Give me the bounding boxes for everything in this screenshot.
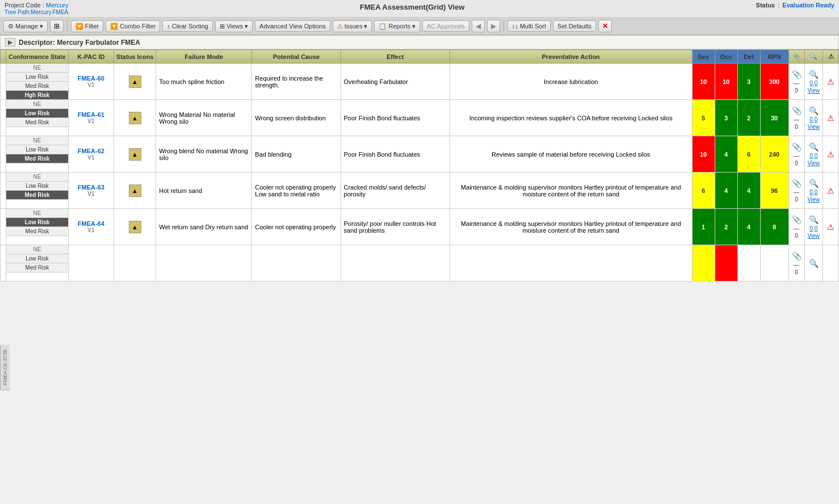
conf-med[interactable]: Med Risk bbox=[6, 82, 68, 91]
row-bar bbox=[1, 136, 6, 173]
kpac-id[interactable]: FMEA-60 bbox=[72, 75, 111, 82]
paperclip-icon[interactable]: 📎 bbox=[792, 142, 802, 152]
conf-med[interactable]: Med Risk bbox=[6, 118, 68, 127]
conformance-cell[interactable]: NELow RiskMed RiskHgh Risk bbox=[6, 173, 69, 209]
alert-cell[interactable]: ⚠ bbox=[823, 173, 839, 209]
ac-approvals-button[interactable]: AC Approvals bbox=[422, 20, 469, 32]
clear-sorting-button[interactable]: ↕ Clear Sorting bbox=[162, 20, 213, 32]
conformance-cell[interactable]: NELow RiskMed RiskHgh Risk bbox=[6, 136, 69, 173]
magnifier-icon[interactable]: 🔍 bbox=[809, 259, 819, 268]
kpac-id-cell[interactable]: FMEA-61V1 bbox=[68, 100, 114, 136]
conf-med[interactable]: Med Risk bbox=[6, 154, 68, 163]
paperclip-icon[interactable]: 📎 bbox=[792, 215, 802, 224]
paperclip-icon[interactable]: 📎 bbox=[792, 251, 802, 261]
kpac-id-cell[interactable] bbox=[68, 245, 114, 282]
view-link[interactable]: View bbox=[808, 124, 820, 130]
magnifier-icon[interactable]: 🔍 bbox=[809, 215, 819, 224]
view-count[interactable]: 0,0 bbox=[809, 116, 817, 123]
alert-cell[interactable]: ⚠ bbox=[823, 209, 839, 245]
alert-icon[interactable]: ⚠ bbox=[827, 77, 834, 86]
conf-hgh[interactable]: Hgh Risk bbox=[6, 272, 68, 281]
close-button[interactable]: ✕ bbox=[598, 20, 612, 32]
conf-hgh[interactable]: Hgh Risk bbox=[6, 163, 68, 172]
magnifier-icon[interactable]: 🔍 bbox=[809, 142, 819, 152]
search-view-cell[interactable]: 🔍0,0View bbox=[804, 209, 823, 245]
kpac-id-cell[interactable]: FMEA-60V1 bbox=[68, 64, 114, 100]
magnifier-icon[interactable]: 🔍 bbox=[809, 179, 819, 188]
set-defaults-button[interactable]: Set Defaults bbox=[553, 20, 596, 32]
search-view-cell[interactable]: 🔍 bbox=[804, 245, 823, 282]
search-view-cell[interactable]: 🔍0,0View bbox=[804, 64, 823, 100]
conf-med[interactable]: Med Risk bbox=[6, 263, 68, 272]
paperclip-icon[interactable]: 📎 bbox=[792, 179, 802, 188]
conf-low[interactable]: Low Risk bbox=[6, 145, 68, 154]
view-link[interactable]: View bbox=[808, 233, 820, 239]
conf-hgh[interactable]: Hgh Risk bbox=[6, 91, 68, 99]
view-count[interactable]: 0,0 bbox=[809, 80, 817, 86]
paperclip-icon[interactable]: 📎 bbox=[792, 106, 802, 115]
reports-button[interactable]: 📋 Reports ▾ bbox=[374, 20, 420, 32]
kpac-id[interactable]: FMEA-63 bbox=[72, 184, 111, 191]
conf-hgh[interactable]: Hgh Risk bbox=[6, 127, 68, 136]
table-icon-button[interactable]: ⊞ bbox=[50, 20, 64, 32]
combo-filter-button[interactable]: 🔽 Combo Filter bbox=[106, 20, 160, 32]
conf-med[interactable]: Med Risk bbox=[6, 191, 68, 200]
icon-btn-2[interactable]: ▶ bbox=[487, 20, 500, 32]
alert-cell[interactable]: ⚠ bbox=[823, 136, 839, 173]
kpac-id-cell[interactable]: FMEA-62V1 bbox=[68, 136, 114, 173]
conf-ne[interactable]: NE bbox=[6, 100, 68, 109]
kpac-id-cell[interactable]: FMEA-63V1 bbox=[68, 173, 114, 209]
search-view-cell[interactable]: 🔍0,0View bbox=[804, 136, 823, 173]
conformance-cell[interactable]: NELow RiskMed RiskHgh Risk bbox=[6, 245, 69, 282]
issues-button[interactable]: ⚠ Issues ▾ bbox=[333, 20, 372, 32]
conf-ne[interactable]: NE bbox=[6, 136, 68, 145]
conf-low[interactable]: Low Risk bbox=[6, 254, 68, 263]
conf-ne[interactable]: NE bbox=[6, 245, 68, 254]
conf-med[interactable]: Med Risk bbox=[6, 227, 68, 236]
multi-sort-button[interactable]: ↕↕ Multi Sort bbox=[507, 20, 551, 32]
view-link[interactable]: View bbox=[808, 196, 820, 203]
kpac-id[interactable]: FMEA-64 bbox=[72, 220, 111, 227]
tree-path-link[interactable]: Tree Path:Mercury.FMEA bbox=[5, 9, 68, 15]
conf-low[interactable]: Low Risk bbox=[6, 182, 68, 191]
views-button[interactable]: ⊞ Views ▾ bbox=[215, 20, 253, 32]
conf-low[interactable]: Low Risk bbox=[6, 218, 68, 227]
view-count[interactable]: 0,0 bbox=[809, 225, 817, 232]
search-view-cell[interactable]: 🔍0,0View bbox=[804, 173, 823, 209]
view-count[interactable]: 0,0 bbox=[809, 153, 817, 159]
icon-btn-1[interactable]: ◀ bbox=[472, 20, 485, 32]
kpac-id[interactable]: FMEA-61 bbox=[72, 111, 111, 118]
magnifier-icon[interactable]: 🔍 bbox=[809, 106, 819, 115]
alert-cell[interactable]: ⚠ bbox=[823, 64, 839, 100]
conf-ne[interactable]: NE bbox=[6, 173, 68, 182]
conformance-cell[interactable]: NELow RiskMed RiskHgh Risk bbox=[6, 100, 69, 136]
conf-ne[interactable]: NE bbox=[6, 209, 68, 218]
project-name-link[interactable]: Mercury bbox=[46, 2, 69, 9]
table-container[interactable]: Conformance State K-PAC ID Status Icons … bbox=[0, 49, 839, 282]
alert-icon[interactable]: ⚠ bbox=[827, 186, 834, 195]
alert-cell[interactable]: ⚠ bbox=[823, 100, 839, 136]
adv-view-button[interactable]: Advanced View Options bbox=[255, 20, 330, 32]
filter-button[interactable]: 🔽 Filter bbox=[71, 20, 103, 32]
view-count[interactable]: 0,0 bbox=[809, 189, 817, 195]
conf-hgh[interactable]: Hgh Risk bbox=[6, 200, 68, 208]
alert-icon[interactable]: ⚠ bbox=[827, 114, 834, 123]
search-view-cell[interactable]: 🔍0,0View bbox=[804, 100, 823, 136]
view-link[interactable]: View bbox=[808, 160, 820, 166]
alert-cell[interactable] bbox=[823, 245, 839, 282]
alert-icon[interactable]: ⚠ bbox=[827, 150, 834, 159]
kpac-id-cell[interactable]: FMEA-64V1 bbox=[68, 209, 114, 245]
paperclip-icon[interactable]: 📎 bbox=[792, 70, 802, 79]
conf-low[interactable]: Low Risk bbox=[6, 109, 68, 118]
magnifier-icon[interactable]: 🔍 bbox=[809, 70, 819, 79]
alert-icon[interactable]: ⚠ bbox=[827, 222, 834, 232]
conformance-cell[interactable]: NELow RiskMed RiskHgh Risk bbox=[6, 209, 69, 245]
descriptor-toggle[interactable]: ▶ bbox=[5, 38, 15, 47]
manage-button[interactable]: ⚙ Manage ▾ bbox=[3, 20, 48, 32]
conf-ne[interactable]: NE bbox=[6, 64, 68, 73]
conf-low[interactable]: Low Risk bbox=[6, 73, 68, 82]
kpac-id[interactable]: FMEA-62 bbox=[72, 148, 111, 154]
conf-hgh[interactable]: Hgh Risk bbox=[6, 236, 68, 245]
view-link[interactable]: View bbox=[808, 87, 820, 94]
conformance-cell[interactable]: NELow RiskMed RiskHgh Risk bbox=[6, 64, 69, 100]
